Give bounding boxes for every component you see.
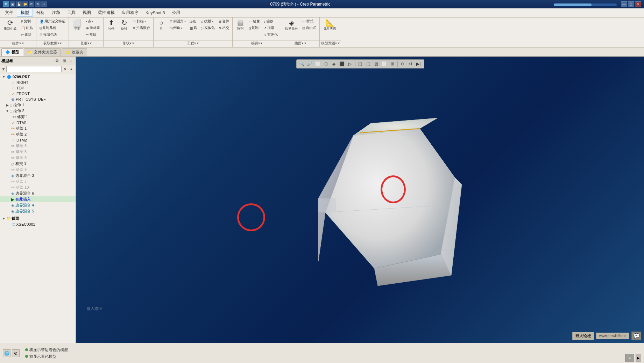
tree-item-dtm1[interactable]: ⟋ DTM1 [0, 120, 76, 125]
tree-settings-button[interactable]: ⚙ [54, 58, 60, 64]
menu-view[interactable]: 视图 [79, 9, 94, 16]
status-icon2[interactable]: ⊙ [12, 349, 20, 357]
quick-open-btn[interactable]: 📂 [22, 1, 28, 7]
vp-zoom-in-button[interactable]: 🔍 [298, 60, 306, 67]
fillet-button[interactable]: ◸倒圆角 ▾ [168, 18, 187, 24]
redo-btn[interactable]: ↻ [35, 1, 41, 7]
tree-item-boundary6[interactable]: ◈ 边界混合 6 [0, 190, 76, 196]
nav-icon[interactable]: ≡ [625, 354, 634, 362]
user-feature-button[interactable]: 👤用户定义特征 [38, 18, 67, 24]
hole-button[interactable]: ○ 孔 [155, 18, 168, 32]
tree-item-insert-here[interactable]: ▶ 在此插入 [0, 196, 76, 202]
solidify-eng-button[interactable]: ▷实体化 [199, 25, 217, 31]
freestyle-button[interactable]: ⊡自由式 [300, 25, 318, 31]
tree-item-section-group[interactable]: ▼ 📁 截面 [0, 216, 76, 222]
vp-display-style-button[interactable]: ◫ [356, 60, 364, 67]
tree-item-sketch2[interactable]: ✏ 草绘 2 [0, 131, 76, 137]
copy-geom-button[interactable]: ⎘复制几何 [38, 25, 67, 31]
extrude-button[interactable]: ⬆ 拉伸 [105, 18, 118, 32]
menu-tools[interactable]: 工具 [64, 9, 79, 16]
shrink-wrap-button[interactable]: ⊞收缩包络 [38, 31, 67, 38]
regenerate-button[interactable]: ⟳ 重新生成 [1, 18, 19, 32]
mirror-button[interactable]: ↔镜像 [247, 18, 262, 24]
titlebar-menu-icon[interactable]: ▣ [10, 1, 15, 7]
tree-item-sketch9[interactable]: ✏ 草绘 9 [0, 167, 76, 173]
vp-perspective-button[interactable]: ⬛ [338, 60, 346, 67]
revolve-button[interactable]: ↻ 旋转 [118, 18, 130, 32]
tree-item-top[interactable]: ⟋ TOP [0, 85, 76, 91]
vp-datum-display-button[interactable]: ⊞ [389, 60, 396, 67]
intersect-button[interactable]: ⊗相交 [217, 25, 231, 31]
tree-item-extrude1[interactable]: ▶ □ 拉伸 1 [0, 102, 76, 108]
delete-button[interactable]: ✂删除 [19, 31, 35, 38]
model-intent-label[interactable]: 模型意图▾ [320, 40, 341, 46]
vp-zoom-rect-button[interactable]: ⬜ [314, 60, 322, 67]
menu-file[interactable]: 文件 [1, 9, 17, 16]
tree-item-intersect1[interactable]: ◇ 相交 1 [0, 161, 76, 167]
sketch-datum-button[interactable]: ✏草绘 [84, 31, 102, 38]
filter-add-button[interactable]: + [69, 66, 74, 72]
quick-save-btn[interactable]: 💾 [16, 1, 22, 7]
tree-item-boundary5[interactable]: ◈ 边界混合 5 [0, 208, 76, 214]
menu-public[interactable]: 公用 [168, 9, 184, 16]
chat-icon[interactable]: 💬 [631, 332, 641, 340]
boundary-blend-button[interactable]: ◈ 边界混合 [283, 18, 300, 32]
tab-favorites[interactable]: ⭐ 收藏夹 [62, 48, 87, 56]
sweep-button[interactable]: 〜扫描 ▾ [131, 18, 152, 24]
tree-item-sketch6[interactable]: ✏ 草绘 6 [0, 155, 76, 161]
tree-item-sketch1[interactable]: ✏ 草绘 1 [0, 125, 76, 131]
menu-apps[interactable]: 应用程序 [118, 9, 142, 16]
tree-item-sketch5[interactable]: ✏ 草绘 5 [0, 149, 76, 155]
close-button[interactable]: ✕ [635, 1, 641, 7]
edit-label[interactable]: 编辑▾ [233, 40, 281, 46]
vp-edges-button[interactable]: ⬜ [381, 60, 388, 67]
datum-label[interactable]: 基准▾ [69, 40, 103, 46]
filter-input[interactable] [6, 66, 62, 72]
solidify-edit-button[interactable]: ▷实体化 [262, 31, 279, 38]
vp-zoom-out-button[interactable]: 🔎 [306, 60, 314, 67]
maximize-button[interactable]: □ [628, 1, 634, 7]
component-interface-button[interactable]: 📐 元件界面 [321, 18, 339, 32]
draft-button[interactable]: ◇拔模 ▾ [199, 18, 217, 24]
tree-expand-section[interactable]: ▼ [1, 217, 6, 220]
sweep-blend-button[interactable]: ⊛扫描混合 [131, 25, 152, 31]
thicken-button[interactable]: ↗加厚 [262, 25, 279, 31]
minimize-button[interactable]: — [621, 1, 627, 7]
menu-flexible[interactable]: 柔性建模 [94, 9, 118, 16]
vp-fit-button[interactable]: ⊡ [322, 60, 330, 67]
operations-label[interactable]: 操作▾ [0, 40, 36, 46]
copy-button[interactable]: ⎘复制 [19, 18, 35, 24]
rib-button[interactable]: ▦筋 [188, 25, 199, 31]
surface-label[interactable]: 曲面▾ [281, 40, 319, 46]
expand-icon[interactable]: ▶ [636, 354, 641, 362]
vp-shading-button[interactable]: ▧ [373, 60, 380, 67]
tab-model[interactable]: 🔷 模型 [1, 48, 23, 56]
getdata-label[interactable]: 获取数据▾ [36, 40, 69, 46]
tree-item-sketch3[interactable]: ✏ 草绘 3 [0, 143, 76, 149]
tree-item-right[interactable]: ⟋ RIGHT [0, 80, 76, 85]
filter-clear-button[interactable]: ✕ [62, 66, 68, 72]
menu-note[interactable]: 注释 [48, 9, 64, 16]
vp-spin-button[interactable]: ↺ [407, 60, 415, 67]
quick-access-more[interactable]: ▾ [41, 1, 47, 7]
menu-analysis[interactable]: 分析 [33, 9, 48, 16]
copy-edit-button[interactable]: ⎘复制 [247, 25, 262, 31]
point-button[interactable]: ·点 ▾ [84, 18, 102, 24]
tree-item-extrude2[interactable]: ▼ □ 拉伸 2 [0, 108, 76, 114]
vp-visible-lines-button[interactable]: ⬚ [365, 60, 372, 67]
status-icon1[interactable]: 🌐 [3, 349, 10, 357]
tree-add-button[interactable]: + [68, 58, 74, 64]
tree-item-prtcsys[interactable]: ⊕ PRT_CSYS_DEF [0, 96, 76, 102]
shape-label[interactable]: 形状▾ [104, 40, 153, 46]
shell-button[interactable]: □売 [188, 18, 199, 24]
vp-more-button[interactable]: ▶| [415, 60, 423, 67]
tree-item-boundary3[interactable]: ◈ 边界混合 3 [0, 173, 76, 179]
csys-button[interactable]: ⊕坐标系 [84, 25, 102, 31]
tree-item-front[interactable]: ⟋ FRONT [0, 91, 76, 96]
tree-expand-button[interactable]: ⊞ [61, 58, 67, 64]
paste-button[interactable]: 📋粘贴 [19, 25, 35, 31]
plane-button[interactable]: ⬜ 平面 [70, 18, 84, 32]
tree-item-root[interactable]: ▼ 🔷 0709.PRT [0, 74, 76, 80]
tab-folder-browser[interactable]: 📁 文件夹浏览器 [24, 48, 61, 56]
tree-item-sketch10[interactable]: ✏ 草绘 10 [0, 184, 76, 190]
